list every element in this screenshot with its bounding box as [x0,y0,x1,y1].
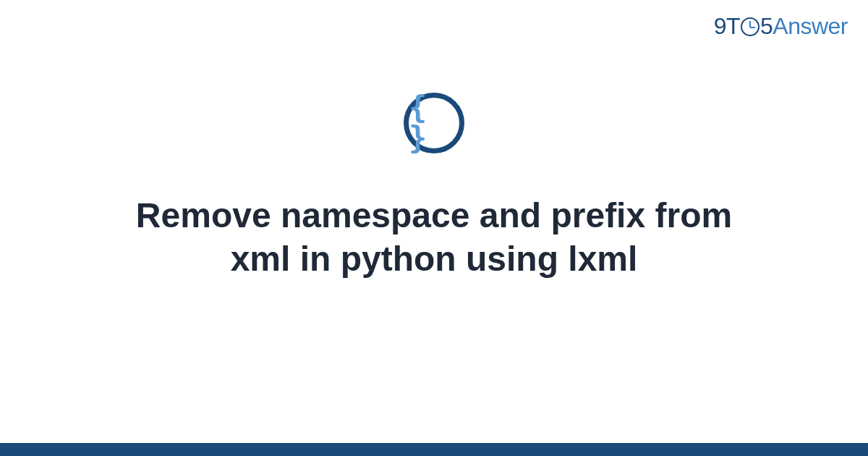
logo-t: T [726,13,740,39]
page-title: Remove namespace and prefix from xml in … [87,194,781,281]
footer-bar [0,443,868,456]
logo-answer: Answer [773,13,848,39]
clock-icon [741,17,760,36]
site-logo: 9T5Answer [714,13,848,40]
braces-icon-circle: { } [404,93,464,153]
logo-five: 5 [760,13,773,39]
logo-nine: 9 [714,13,726,39]
main-content: { } Remove namespace and prefix from xml… [0,93,868,281]
braces-icon: { } [409,93,459,153]
